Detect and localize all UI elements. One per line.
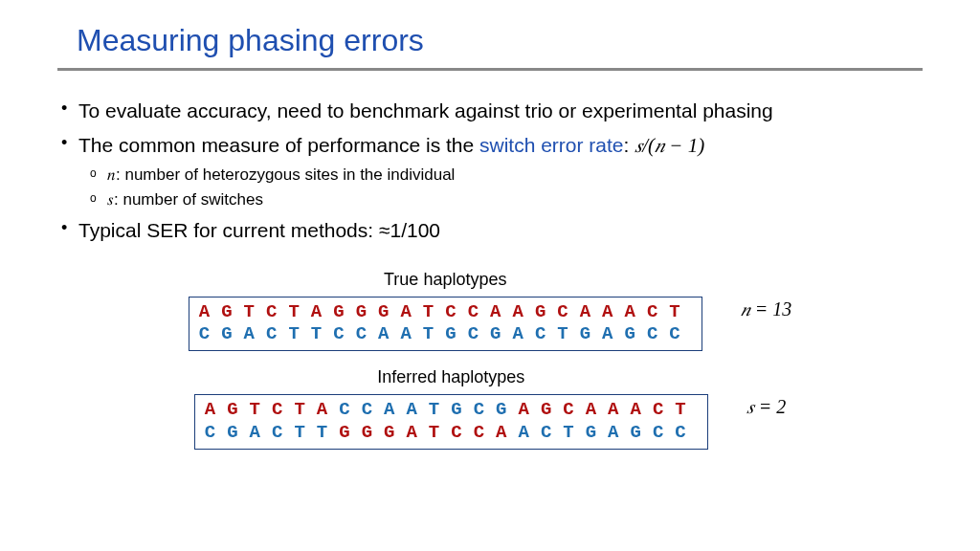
base: T — [429, 399, 451, 420]
base: G — [451, 399, 473, 420]
base: G — [339, 422, 361, 443]
base: A — [406, 399, 428, 420]
base: T — [244, 301, 266, 322]
base: T — [294, 399, 316, 420]
base: G — [496, 399, 518, 420]
base: C — [339, 399, 361, 420]
base: T — [557, 323, 579, 344]
base: A — [244, 323, 266, 344]
base: G — [227, 422, 249, 443]
bullet-text: To evaluate accuracy, need to benchmark … — [78, 99, 773, 121]
base: G — [384, 422, 406, 443]
base: T — [250, 399, 272, 420]
base: G — [586, 422, 608, 443]
s-value: 𝑠 = 2 — [746, 392, 787, 421]
base: A — [608, 399, 630, 420]
base: A — [602, 301, 624, 322]
base: A — [378, 323, 400, 344]
base: C — [451, 422, 473, 443]
base: T — [429, 422, 451, 443]
base: A — [608, 422, 630, 443]
base: C — [272, 422, 294, 443]
inferred-haplotype-top: AGTCTACCAATGCGAGCAAACT — [205, 399, 698, 422]
base: A — [400, 323, 422, 344]
base: G — [625, 323, 647, 344]
base: T — [563, 422, 585, 443]
inferred-haplotype-box: AGTCTACCAATGCGAGCAAACT CGACTTGGGATCCAACT… — [194, 394, 708, 450]
base: A — [199, 301, 221, 322]
base: C — [468, 323, 490, 344]
bullet-item: The common measure of performance is the… — [78, 130, 923, 212]
base: C — [199, 323, 221, 344]
bullet-text: The common measure of performance is the — [78, 134, 479, 156]
n-value: 𝑛 = 13 — [741, 295, 792, 323]
base: G — [221, 301, 243, 322]
base: C — [266, 323, 288, 344]
formula: 𝑠/(𝑛 − 1) — [635, 134, 704, 157]
base: C — [333, 323, 355, 344]
bullet-text: : — [624, 134, 635, 156]
base: C — [535, 323, 557, 344]
base: G — [535, 301, 557, 322]
base: C — [647, 323, 669, 344]
base: C — [272, 399, 294, 420]
base: G — [356, 301, 378, 322]
sub-bullet-item: 𝑠: number of switches — [107, 187, 923, 212]
slide-title: Measuring phasing errors — [77, 23, 923, 58]
sub-bullet-text: 𝑛: number of heterozygous sites in the i… — [107, 165, 455, 184]
base: A — [311, 301, 333, 322]
figure-area: True haplotypes AGTCTAGGGATCCAAGCAAACT C… — [57, 267, 923, 463]
term-switch-error-rate: switch error rate — [479, 134, 624, 156]
base: G — [227, 399, 249, 420]
base: C — [669, 323, 691, 344]
base: G — [490, 323, 512, 344]
base: C — [356, 323, 378, 344]
base: A — [586, 399, 608, 420]
base: G — [221, 323, 243, 344]
sub-bullet-list: 𝑛: number of heterozygous sites in the i… — [78, 163, 923, 211]
base: G — [580, 323, 602, 344]
base: C — [541, 422, 563, 443]
content-area: To evaluate accuracy, need to benchmark … — [57, 96, 923, 463]
base: A — [631, 399, 653, 420]
caption-inferred: Inferred haplotypes — [377, 364, 524, 390]
base: A — [384, 399, 406, 420]
base: C — [557, 301, 579, 322]
base: C — [653, 399, 675, 420]
base: T — [669, 301, 691, 322]
base: C — [445, 301, 467, 322]
base: T — [423, 323, 445, 344]
base: C — [205, 422, 227, 443]
base: C — [474, 399, 496, 420]
true-haplotype-box: AGTCTAGGGATCCAAGCAAACT CGACTTCCAATGCGACT… — [189, 297, 702, 352]
base: A — [512, 301, 534, 322]
base: A — [580, 301, 602, 322]
bullet-list: To evaluate accuracy, need to benchmark … — [57, 96, 923, 246]
slide: Measuring phasing errors To evaluate acc… — [0, 0, 980, 551]
base: C — [468, 301, 490, 322]
true-haplotype-row: True haplotypes AGTCTAGGGATCCAAGCAAACT C… — [189, 267, 791, 352]
base: G — [362, 422, 384, 443]
base: G — [541, 399, 563, 420]
true-haplotype-top: AGTCTAGGGATCCAAGCAAACT — [199, 301, 692, 324]
sub-bullet-item: 𝑛: number of heterozygous sites in the i… — [107, 163, 923, 187]
base: A — [602, 323, 624, 344]
bullet-text: Typical SER for current methods: ≈1/100 — [78, 219, 440, 241]
bullet-item: To evaluate accuracy, need to benchmark … — [78, 96, 923, 126]
base: A — [250, 422, 272, 443]
base: T — [288, 323, 310, 344]
base: T — [311, 323, 333, 344]
base: G — [631, 422, 653, 443]
base: T — [675, 399, 697, 420]
inferred-haplotype-stack: Inferred haplotypes AGTCTACCAATGCGAGCAAA… — [194, 364, 708, 450]
divider — [57, 68, 923, 71]
true-haplotype-bottom: CGACTTCCAATGCGACTGAGCC — [199, 323, 692, 346]
base: G — [333, 301, 355, 322]
base: A — [400, 301, 422, 322]
base: A — [496, 422, 518, 443]
base: T — [317, 422, 339, 443]
base: C — [266, 301, 288, 322]
base: A — [512, 323, 534, 344]
sub-bullet-text: 𝑠: number of switches — [107, 190, 263, 209]
base: T — [423, 301, 445, 322]
